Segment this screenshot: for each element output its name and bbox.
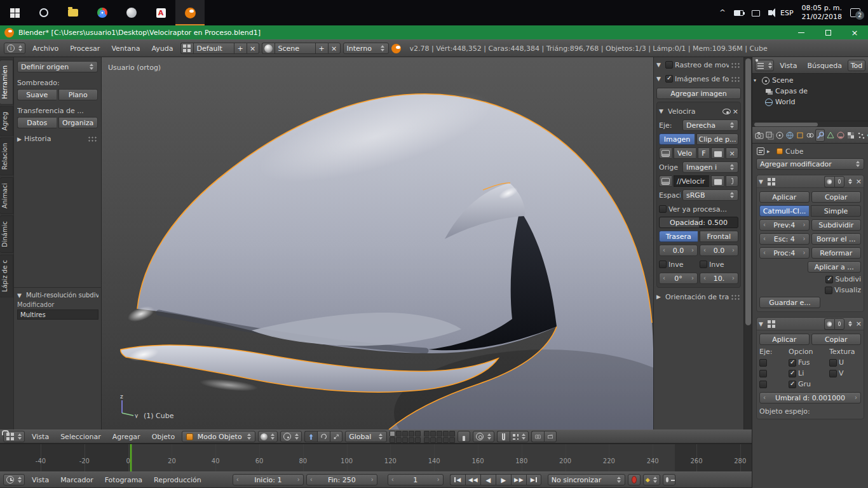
panel-grip-icon[interactable]: [731, 76, 741, 82]
layer-toggle[interactable]: [437, 431, 442, 437]
properties-tab-render[interactable]: [754, 129, 764, 142]
viewport-3d[interactable]: Usuario (ortog) (1) Cube z y: [102, 57, 653, 430]
action-center-icon[interactable]: 2: [850, 8, 860, 17]
blender-taskbar-button[interactable]: [175, 0, 205, 25]
mirror-v-checkbox[interactable]: [829, 370, 837, 377]
image-browse-button[interactable]: [659, 147, 672, 159]
properties-tab-material[interactable]: [836, 129, 845, 142]
menu-archivo[interactable]: Archivo: [28, 44, 63, 53]
sync-dropdown[interactable]: No sincronizar: [548, 474, 625, 485]
panel-grip-icon[interactable]: [731, 62, 741, 68]
background-images-panel-header[interactable]: ▼ Imágenes de fon: [656, 72, 741, 85]
jump-next-keyframe-button[interactable]: ▶▶: [511, 474, 526, 485]
timeline-ruler[interactable]: -40-200204060801001201401601802002202402…: [0, 444, 752, 471]
view3d-menu-seleccionar[interactable]: Seleccionar: [56, 433, 105, 441]
modifier-header[interactable]: ▼ ×: [757, 175, 864, 188]
transfer-organize-button[interactable]: Organiza: [58, 117, 98, 128]
outliner-filter-dropdown[interactable]: Tod: [848, 60, 865, 71]
tab-relaciones[interactable]: Relacion: [0, 137, 13, 175]
view3d-menu-objeto[interactable]: Objeto: [147, 433, 180, 441]
network-icon[interactable]: [752, 10, 760, 17]
layer-toggle[interactable]: [449, 437, 455, 443]
battery-icon[interactable]: [734, 10, 743, 16]
frame-end-field[interactable]: ‹Fin: 250›: [306, 474, 377, 485]
background-images-checkbox[interactable]: [665, 75, 673, 83]
layer-toggle[interactable]: [415, 431, 421, 437]
open-file-button[interactable]: [711, 175, 724, 187]
mirror-x-checkbox[interactable]: [759, 359, 767, 367]
properties-tab-particles[interactable]: [856, 129, 865, 142]
menu-ayuda[interactable]: Ayuda: [147, 44, 178, 53]
mirror-u-checkbox[interactable]: [829, 359, 837, 367]
close-icon[interactable]: ×: [733, 108, 738, 115]
merge-threshold-field[interactable]: ‹Umbral d: 0.001000›: [759, 392, 861, 403]
unlink-pack-button[interactable]: [711, 147, 724, 159]
jump-prev-keyframe-button[interactable]: ◀◀: [465, 474, 480, 485]
image-filepath-field[interactable]: //Velocir: [674, 175, 709, 187]
copy-modifier-button[interactable]: Copiar: [811, 191, 862, 203]
current-frame-playhead[interactable]: [130, 444, 132, 471]
panel-grip-icon[interactable]: [88, 136, 98, 142]
npanel-scrollbar[interactable]: [743, 57, 752, 430]
shade-smooth-button[interactable]: Suave: [17, 89, 57, 100]
draw-back-toggle[interactable]: Trasera: [659, 231, 698, 242]
view3d-menu-vista[interactable]: Vista: [27, 433, 53, 441]
layout-delete-button[interactable]: ×: [247, 43, 259, 54]
manipulator-scale-toggle[interactable]: [330, 431, 342, 442]
jump-to-start-button[interactable]: ◀: [450, 474, 465, 485]
subdivide-uvs-checkbox[interactable]: [825, 276, 833, 283]
timeline-menu-reproduccion[interactable]: Reproducción: [149, 476, 206, 484]
preview-level-field[interactable]: ‹Prev:4›: [759, 219, 810, 231]
apply-modifier-button[interactable]: Aplicar: [759, 334, 810, 345]
modifier-move-buttons[interactable]: [846, 177, 855, 187]
pin-icon[interactable]: [757, 147, 764, 155]
layout-browse-button[interactable]: [180, 43, 193, 54]
insert-keyframe-button[interactable]: [663, 474, 675, 485]
layer-toggle[interactable]: [424, 437, 430, 443]
image-datablock-name[interactable]: Velo: [674, 147, 696, 159]
history-panel-header[interactable]: ▶ Historia: [17, 135, 98, 143]
catmull-clark-toggle[interactable]: Catmull-Cl...: [759, 205, 809, 217]
app-button[interactable]: [117, 0, 146, 25]
copy-modifier-button[interactable]: Copiar: [811, 334, 862, 345]
fake-user-button[interactable]: F: [698, 147, 709, 159]
add-modifier-dropdown[interactable]: Agregar modificador: [756, 158, 864, 170]
keyboard-language[interactable]: ESP: [780, 9, 794, 17]
scene-add-button[interactable]: +: [315, 43, 328, 54]
layout-add-button[interactable]: +: [234, 43, 247, 54]
clipping-checkbox[interactable]: [789, 370, 796, 377]
properties-tab-object[interactable]: [795, 129, 804, 142]
timeline-menu-fotograma[interactable]: Fotograma: [100, 476, 147, 484]
transform-orientation-panel-header[interactable]: ▶ Orientación de trans: [656, 290, 741, 303]
outliner-menu-busqueda[interactable]: Búsqueda: [803, 62, 846, 70]
subdivide-button[interactable]: Subdividir: [811, 219, 862, 231]
record-button[interactable]: [628, 474, 641, 485]
colorspace-dropdown[interactable]: sRGB: [682, 189, 738, 201]
disclosure-icon[interactable]: ▾: [754, 78, 759, 83]
manipulator-rotate-toggle[interactable]: [317, 431, 330, 442]
play-reverse-button[interactable]: ◀: [480, 474, 496, 485]
rotation-field[interactable]: ‹0°›: [659, 273, 698, 284]
modifier-view-toggle[interactable]: [834, 176, 844, 187]
modifier-delete-icon[interactable]: ×: [856, 178, 862, 185]
menu-ventana[interactable]: Ventana: [107, 44, 144, 53]
layer-toggle[interactable]: [402, 437, 408, 443]
frame-start-field[interactable]: ‹Inicio: 1›: [233, 474, 304, 485]
close-button[interactable]: ×: [841, 25, 868, 39]
snap-element-dropdown[interactable]: [510, 431, 529, 442]
view3d-menu-agregar[interactable]: Agregar: [108, 433, 145, 441]
speaker-icon[interactable]: [768, 10, 772, 15]
offset-y-field[interactable]: ‹0.0›: [700, 245, 738, 256]
layer-toggle[interactable]: [409, 431, 414, 437]
properties-tab-world[interactable]: [785, 129, 794, 142]
chrome-button[interactable]: [88, 0, 117, 25]
layer-toggle[interactable]: [415, 437, 421, 443]
layer-toggle[interactable]: [409, 437, 414, 443]
optimal-display-checkbox[interactable]: [825, 287, 832, 294]
save-external-button[interactable]: Guardar e...: [759, 297, 820, 308]
timeline-menu-vista[interactable]: Vista: [27, 476, 53, 484]
origin-dropdown[interactable]: Imagen i: [682, 161, 738, 173]
panel-grip-icon[interactable]: [731, 294, 741, 300]
layout-name[interactable]: Default: [193, 43, 234, 54]
outliner-item-scene[interactable]: ▾ Scene: [754, 75, 867, 86]
